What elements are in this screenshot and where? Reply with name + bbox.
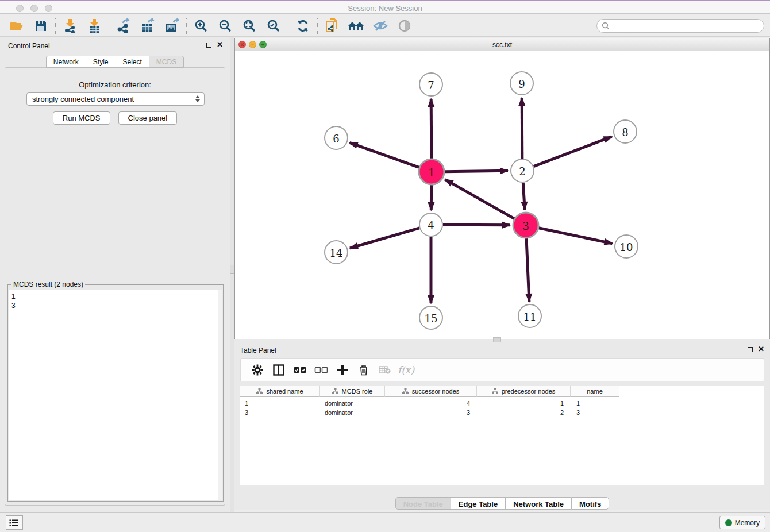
splitter-handle[interactable] xyxy=(493,337,501,342)
network-canvas[interactable]: 7968124314101511 xyxy=(235,51,769,339)
criterion-dropdown[interactable]: strongly connected component xyxy=(26,92,205,106)
export-image-icon[interactable] xyxy=(160,17,184,35)
graph-edge-3-1[interactable] xyxy=(445,179,514,218)
hide-graphics-icon[interactable] xyxy=(368,17,392,35)
open-session-icon[interactable] xyxy=(5,17,29,35)
graph-node-label: 6 xyxy=(333,133,339,145)
graph-node-label: 2 xyxy=(519,165,525,178)
cell-predecessor-nodes[interactable]: 2 xyxy=(477,408,571,417)
attribute-icon xyxy=(332,388,338,394)
cell-mcds-role[interactable]: dominator xyxy=(320,408,385,417)
save-session-icon[interactable] xyxy=(29,17,53,35)
refresh-icon[interactable] xyxy=(291,17,315,35)
import-network-icon[interactable] xyxy=(58,17,82,35)
graph-edge-2-3[interactable] xyxy=(523,183,525,210)
tab-network[interactable]: Network xyxy=(46,56,86,68)
tab-motifs[interactable]: Motifs xyxy=(571,497,609,510)
tab-network-table[interactable]: Network Table xyxy=(505,497,571,510)
memory-status-icon xyxy=(725,519,732,526)
column-header-mcds-role[interactable]: MCDS role xyxy=(320,386,385,397)
float-panel-icon[interactable] xyxy=(748,347,753,352)
table-row[interactable]: 3 dominator 3 2 3 xyxy=(240,408,619,417)
table-row[interactable]: 1 dominator 4 1 1 xyxy=(240,399,619,408)
mcds-result-text[interactable]: 1 3 xyxy=(9,290,218,500)
close-panel-icon[interactable]: ✕ xyxy=(217,42,223,48)
graph-edge-2-8[interactable] xyxy=(534,137,612,167)
show-graphics-icon[interactable] xyxy=(392,17,417,35)
cell-successor-nodes[interactable]: 3 xyxy=(385,408,477,417)
attribute-icon xyxy=(492,388,498,394)
main-toolbar xyxy=(0,15,770,37)
function-builder-icon[interactable]: f(x) xyxy=(395,361,417,379)
table-panel: Table Panel ✕ f(x) shar xyxy=(234,342,770,510)
zoom-fit-icon[interactable] xyxy=(237,17,261,35)
network-graph[interactable]: 7968124314101511 xyxy=(235,51,769,339)
column-header-name[interactable]: name xyxy=(571,386,619,397)
cell-name[interactable]: 3 xyxy=(571,408,619,417)
cell-predecessor-nodes[interactable]: 1 xyxy=(477,399,571,408)
delete-table-icon[interactable] xyxy=(374,361,395,379)
graph-edge-3-10[interactable] xyxy=(539,228,613,244)
table-toolbar: f(x) xyxy=(240,358,764,381)
add-column-icon[interactable] xyxy=(332,361,353,379)
export-network-icon[interactable] xyxy=(111,17,136,35)
select-all-icon[interactable] xyxy=(289,361,310,379)
column-label: MCDS role xyxy=(342,388,373,395)
cell-name[interactable]: 1 xyxy=(571,399,619,408)
home-icon[interactable] xyxy=(344,17,368,35)
tab-edge-table[interactable]: Edge Table xyxy=(451,497,505,510)
tab-select[interactable]: Select xyxy=(116,56,149,68)
cell-mcds-role[interactable]: dominator xyxy=(320,399,385,408)
zoom-in-icon[interactable] xyxy=(189,17,213,35)
tab-mcds[interactable]: MCDS xyxy=(149,56,184,68)
graph-edge-1-2[interactable] xyxy=(445,171,508,171)
graph-edge-1-6[interactable] xyxy=(350,142,419,167)
memory-label: Memory xyxy=(735,519,760,527)
run-mcds-button[interactable]: Run MCDS xyxy=(53,111,110,125)
search-input[interactable] xyxy=(610,21,764,31)
control-panel-tabs: Network Style Select MCDS xyxy=(0,56,230,68)
graph-node-label: 8 xyxy=(622,126,628,138)
node-table: shared name MCDS role successor nodes pr… xyxy=(240,386,764,485)
delete-column-icon[interactable] xyxy=(353,361,374,379)
toolbar-separator xyxy=(55,18,56,34)
column-header-shared-name[interactable]: shared name xyxy=(240,386,320,397)
tab-style[interactable]: Style xyxy=(86,56,116,68)
mcds-result-title: MCDS result (2 nodes) xyxy=(11,280,85,288)
graph-edge-1-7[interactable] xyxy=(431,99,432,159)
column-header-successor-nodes[interactable]: successor nodes xyxy=(385,386,477,397)
task-history-button[interactable] xyxy=(6,515,23,530)
clone-network-icon[interactable] xyxy=(320,17,344,35)
graph-edge-4-3[interactable] xyxy=(443,225,510,225)
column-label: shared name xyxy=(266,388,303,395)
float-panel-icon[interactable] xyxy=(206,43,211,48)
mcds-result-group: MCDS result (2 nodes) 1 3 xyxy=(7,284,224,502)
graph-edge-4-14[interactable] xyxy=(350,228,419,248)
splitter-handle[interactable] xyxy=(230,265,234,274)
search-box[interactable] xyxy=(596,19,764,33)
toolbar-separator xyxy=(317,18,318,34)
close-panel-button[interactable]: Close panel xyxy=(118,111,178,125)
cell-shared-name[interactable]: 1 xyxy=(240,399,320,408)
graph-edge-3-11[interactable] xyxy=(526,238,529,302)
criterion-value: strongly connected component xyxy=(32,95,134,103)
export-table-icon[interactable] xyxy=(136,17,160,35)
deselect-all-icon[interactable] xyxy=(310,361,332,379)
memory-button[interactable]: Memory xyxy=(719,516,765,529)
vertical-splitter[interactable] xyxy=(230,37,234,512)
zoom-out-icon[interactable] xyxy=(213,17,237,35)
close-panel-icon[interactable]: ✕ xyxy=(758,346,764,352)
gear-icon[interactable] xyxy=(247,361,268,379)
import-table-icon[interactable] xyxy=(82,17,106,35)
result-scrollbar[interactable] xyxy=(218,290,222,500)
tab-node-table[interactable]: Node Table xyxy=(395,497,451,510)
cell-successor-nodes[interactable]: 4 xyxy=(385,399,477,408)
zoom-selected-icon[interactable] xyxy=(261,17,286,35)
dropdown-stepper-icon xyxy=(195,95,200,102)
network-window-titlebar[interactable]: ✕ − + scc.txt xyxy=(235,38,769,51)
cell-shared-name[interactable]: 3 xyxy=(240,408,320,417)
graph-edge-2-9[interactable] xyxy=(522,98,522,159)
column-header-predecessor-nodes[interactable]: predecessor nodes xyxy=(477,386,571,397)
column-layout-icon[interactable] xyxy=(268,361,289,379)
toolbar-separator xyxy=(288,18,288,34)
